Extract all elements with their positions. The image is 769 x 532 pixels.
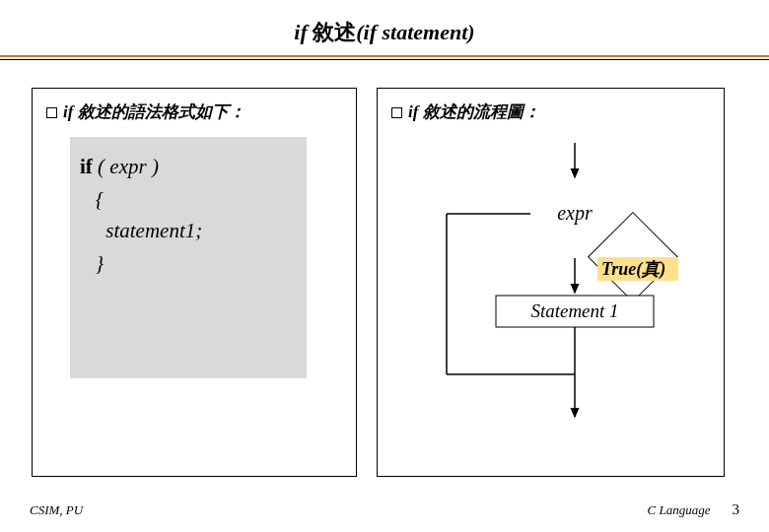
diamond-label: expr	[557, 202, 593, 225]
flowchart-heading: if 敘述的流程圖：	[391, 100, 710, 123]
bullet-icon	[391, 107, 402, 118]
syntax-panel: if 敘述的語法格式如下： if ( expr ) { statement1; …	[32, 88, 357, 477]
code-line: }	[80, 247, 297, 280]
code-line: {	[80, 183, 297, 216]
true-label: True(真)	[601, 259, 665, 280]
footer: CSIM, PU C Language 3	[0, 501, 769, 518]
code-box: if ( expr ) { statement1; }	[70, 137, 307, 378]
footer-clabel: C Language	[648, 502, 711, 518]
page-number: 3	[733, 501, 740, 518]
title-paren: (if statement)	[356, 20, 474, 44]
svg-rect-1	[589, 213, 678, 302]
bullet-icon	[46, 107, 57, 118]
page-title: if 敘述(if statement)	[0, 0, 769, 55]
footer-left: CSIM, PU	[30, 502, 83, 518]
code-line: statement1;	[80, 215, 297, 247]
content-row: if 敘述的語法格式如下： if ( expr ) { statement1; …	[0, 60, 769, 477]
title-cn: 敘述	[313, 20, 356, 44]
orange-rule	[0, 55, 769, 57]
syntax-heading: if 敘述的語法格式如下：	[46, 100, 342, 123]
flowchart-panel: if 敘述的流程圖： expr True(真) Statement 1	[377, 88, 725, 477]
stmt-label: Statement 1	[530, 300, 618, 321]
flowchart-svg: expr True(真) Statement 1	[378, 143, 726, 468]
